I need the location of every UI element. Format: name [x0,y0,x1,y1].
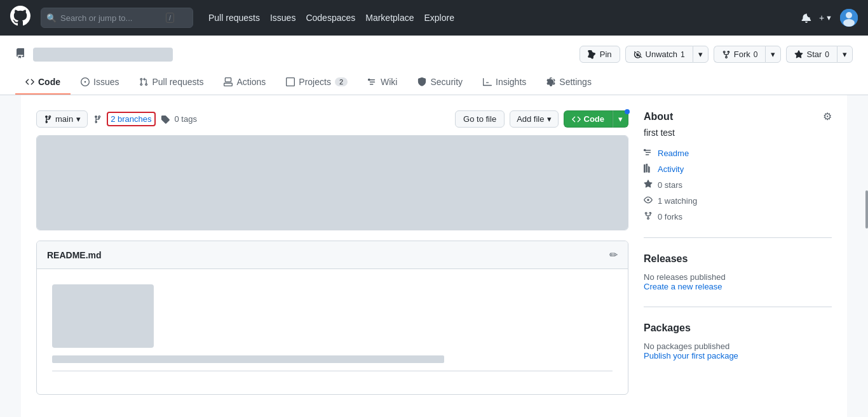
go-to-file-button[interactable]: Go to file [455,110,505,128]
tab-actions-label: Actions [236,77,266,87]
tab-wiki-label: Wiki [381,77,397,87]
tab-issues-label: Issues [93,77,119,87]
scroll-indicator[interactable] [865,190,868,228]
branch-chevron: ▾ [76,114,81,124]
unwatch-count: 1 [681,50,685,59]
tab-settings[interactable]: Settings [536,70,602,95]
readme-header: README.md ✏ [37,241,628,269]
svg-point-2 [843,19,855,27]
star-sidebar-icon [644,180,653,190]
add-file-label: Add file [517,114,544,124]
readme-title: README.md [47,250,102,260]
tab-code[interactable]: Code [15,70,71,95]
repo-tabs: Code Issues Pull requests Actions Projec… [15,68,853,95]
code-label: Code [584,114,605,124]
projects-badge: 2 [335,77,348,86]
about-forks-link[interactable]: 0 forks [644,211,832,222]
tab-settings-label: Settings [559,77,592,87]
branch-name: main [55,114,73,124]
branch-actions: Go to file Add file ▾ Code ▾ [455,110,628,128]
about-readme-link[interactable]: Readme [644,148,832,159]
tab-projects-label: Projects [299,77,331,87]
tab-security[interactable]: Security [407,70,473,95]
unwatch-button[interactable]: Unwatch 1 [625,46,693,63]
create-button[interactable]: + ▼ [819,13,832,23]
repo-actions: Pin Unwatch 1 ▾ Fork 0 ▾ [580,46,853,63]
star-group: Star 0 ▾ [786,46,853,63]
add-file-group: Add file ▾ [510,110,558,128]
avatar[interactable] [840,9,858,27]
repo-header: Pin Unwatch 1 ▾ Fork 0 ▾ [0,36,868,95]
activity-link-text: Activity [658,164,684,174]
fork-dropdown[interactable]: ▾ [765,46,781,63]
search-bar[interactable]: 🔍 / [41,8,193,28]
main-layout: main ▾ 2 branches 0 tags Go to file Add … [21,95,847,417]
star-count: 0 [825,50,829,59]
about-description: first test [644,128,832,138]
readme-content [37,269,628,394]
fork-button[interactable]: Fork 0 [714,46,766,63]
about-settings-button[interactable]: ⚙ [823,110,832,122]
readme-edit-button[interactable]: ✏ [609,249,618,261]
nav-marketplace[interactable]: Marketplace [365,13,414,23]
readme-icon [644,148,653,159]
code-group: Code ▾ [564,110,629,128]
star-dropdown[interactable]: ▾ [837,46,853,63]
tab-wiki[interactable]: Wiki [358,70,407,95]
no-releases-text: No releases published [644,272,832,282]
about-links: Readme Activity 0 stars 1 watching [644,148,832,222]
notifications-button[interactable] [801,13,811,23]
unwatch-group: Unwatch 1 ▾ [625,46,709,63]
nav-explore[interactable]: Explore [424,13,454,23]
forks-text: 0 forks [658,212,682,222]
nav-links: Pull requests Issues Codespaces Marketpl… [208,13,454,23]
repo-title-row: Pin Unwatch 1 ▾ Fork 0 ▾ [15,46,853,63]
about-watching-link[interactable]: 1 watching [644,195,832,206]
readme-link-text: Readme [658,149,689,158]
unwatch-label: Unwatch [646,50,678,59]
tab-issues[interactable]: Issues [71,70,129,95]
about-activity-link[interactable]: Activity [644,164,832,175]
packages-section: Packages No packages published Publish y… [644,307,832,361]
tab-security-label: Security [430,77,463,87]
fork-group: Fork 0 ▾ [714,46,782,63]
code-dropdown[interactable]: ▾ [613,110,628,128]
tab-actions[interactable]: Actions [214,70,276,95]
slash-shortcut: / [166,13,174,23]
add-file-button[interactable]: Add file ▾ [510,110,558,128]
watching-text: 1 watching [658,196,697,206]
star-label: Star [806,50,822,59]
github-logo[interactable] [10,6,31,30]
tab-code-label: Code [38,77,60,87]
about-stars-link[interactable]: 0 stars [644,180,832,190]
tab-insights[interactable]: Insights [473,70,536,95]
packages-title: Packages [644,322,832,334]
nav-pull-requests[interactable]: Pull requests [208,13,260,23]
code-button[interactable]: Code [564,110,613,128]
create-release-link[interactable]: Create a new release [644,282,832,291]
tab-projects[interactable]: Projects 2 [276,70,358,95]
nav-issues[interactable]: Issues [270,13,295,23]
star-button[interactable]: Star 0 [786,46,837,63]
about-title: About [644,111,673,122]
branch-bar: main ▾ 2 branches 0 tags Go to file Add … [36,110,628,128]
stars-text: 0 stars [658,180,682,190]
search-input[interactable] [60,13,162,23]
readme-divider [52,371,613,371]
branches-link[interactable]: 2 branches [107,112,155,126]
tab-pull-requests[interactable]: Pull requests [129,70,214,95]
tags-link[interactable]: 0 tags [175,114,197,124]
repo-icon [15,48,25,61]
pin-button[interactable]: Pin [580,46,620,63]
svg-point-1 [846,12,852,18]
publish-package-link[interactable]: Publish your first package [644,351,832,361]
code-dot [625,109,630,114]
releases-title: Releases [644,253,832,265]
branch-selector[interactable]: main ▾ [36,110,88,128]
pin-label: Pin [600,50,612,59]
watching-icon [644,195,653,206]
pin-group: Pin [580,46,620,63]
unwatch-dropdown[interactable]: ▾ [693,46,709,63]
main-content: main ▾ 2 branches 0 tags Go to file Add … [36,110,628,417]
nav-codespaces[interactable]: Codespaces [306,13,355,23]
